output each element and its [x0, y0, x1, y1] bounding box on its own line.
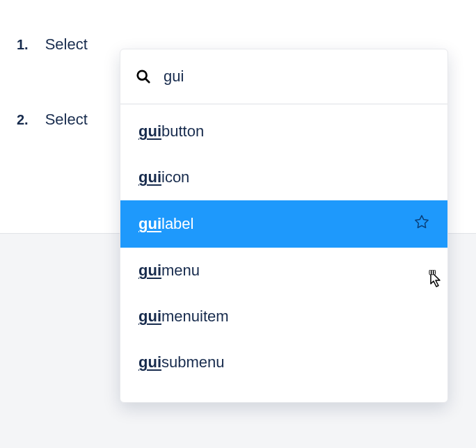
- result-item-guisubmenu[interactable]: guisubmenu: [120, 339, 447, 385]
- results-list: guibutton guiicon guilabel guimenu guime…: [120, 104, 447, 402]
- search-icon: [136, 69, 151, 84]
- result-item-guiicon[interactable]: guiicon: [120, 154, 447, 200]
- result-item-guilabel[interactable]: guilabel: [120, 200, 447, 248]
- list-item: 2. Select: [17, 111, 88, 129]
- result-label: guimenu: [138, 262, 200, 280]
- search-row: [120, 49, 447, 104]
- list-item: 1. Select: [17, 35, 88, 54]
- list-number: 1.: [17, 37, 29, 53]
- result-label: guibutton: [138, 122, 204, 141]
- list-text: Select: [45, 35, 88, 54]
- svg-line-1: [145, 79, 149, 82]
- ordered-list: 1. Select 2. Select: [17, 35, 88, 186]
- search-input[interactable]: [164, 67, 431, 86]
- autocomplete-dropdown: guibutton guiicon guilabel guimenu guime…: [120, 49, 448, 403]
- result-label: guilabel: [138, 215, 193, 233]
- result-label: guimenuitem: [138, 307, 229, 326]
- star-icon[interactable]: [414, 214, 429, 234]
- svg-marker-2: [415, 216, 428, 227]
- result-item-guibutton[interactable]: guibutton: [120, 109, 447, 154]
- result-item-guimenuitem[interactable]: guimenuitem: [120, 294, 447, 339]
- list-number: 2.: [17, 112, 29, 128]
- result-label: guiicon: [138, 168, 189, 186]
- result-item-guimenu[interactable]: guimenu: [120, 248, 447, 294]
- result-label: guisubmenu: [138, 353, 225, 371]
- list-text: Select: [45, 111, 88, 129]
